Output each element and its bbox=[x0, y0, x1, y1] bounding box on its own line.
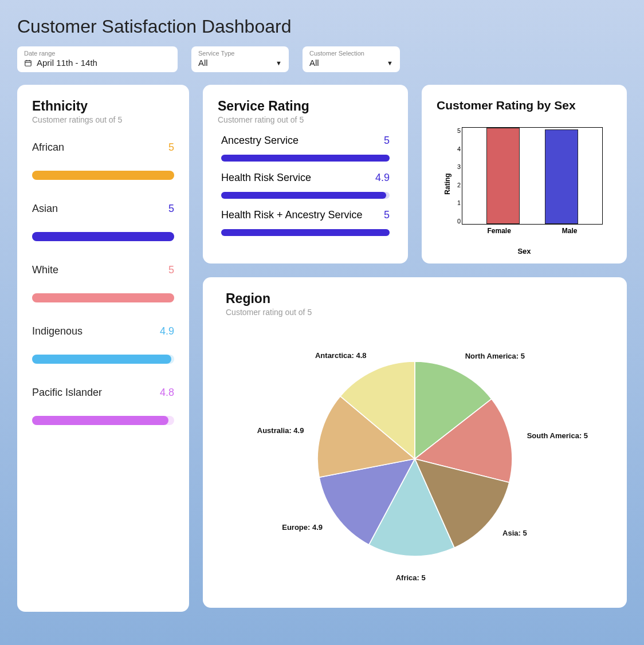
ethnicity-item: Indigenous4.9 bbox=[32, 325, 174, 364]
sex-rating-card: Customer Rating by Sex Rating 012345 Fem… bbox=[422, 85, 627, 263]
ethnicity-item-value: 4.8 bbox=[160, 387, 174, 399]
ethnicity-item: African5 bbox=[32, 141, 174, 180]
date-range-label: Date range bbox=[24, 50, 171, 57]
ethnicity-item-name: Pacific Islander bbox=[32, 387, 102, 399]
pie-label: Antarctica: 4.8 bbox=[315, 351, 367, 359]
date-range-filter[interactable]: Date range April 11th - 14th bbox=[17, 46, 178, 72]
sex-bar-chart: Rating 012345 FemaleMale Sex bbox=[441, 124, 607, 244]
y-tick: 1 bbox=[451, 199, 461, 206]
ethnicity-bar bbox=[32, 355, 174, 364]
region-pie-chart: North America: 5South America: 5Asia: 5A… bbox=[226, 327, 604, 591]
ethnicity-item-name: Indigenous bbox=[32, 325, 83, 337]
service-item-value: 4.9 bbox=[375, 172, 390, 184]
pie-label: Australia: 4.9 bbox=[257, 426, 304, 434]
service-bar bbox=[221, 229, 390, 236]
filters-row: Date range April 11th - 14th Service Typ… bbox=[17, 46, 627, 72]
service-item-name: Health Risk Service bbox=[221, 172, 311, 184]
region-title: Region bbox=[226, 291, 604, 306]
sex-bar-male bbox=[545, 129, 578, 224]
service-item-name: Health Risk + Ancestry Service bbox=[221, 209, 363, 221]
chevron-down-icon: ▼ bbox=[387, 60, 393, 66]
customer-selection-label: Customer Selection bbox=[309, 50, 393, 57]
ethnicity-bar bbox=[32, 171, 174, 180]
ethnicity-item-name: Asian bbox=[32, 203, 58, 215]
ethnicity-item-value: 5 bbox=[168, 203, 174, 215]
pie-label: South America: 5 bbox=[527, 431, 588, 439]
pie-label: Europe: 4.9 bbox=[282, 522, 323, 531]
ethnicity-item: Asian5 bbox=[32, 203, 174, 241]
ethnicity-item-value: 5 bbox=[168, 264, 174, 276]
y-tick: 3 bbox=[451, 163, 461, 170]
sex-bar-female bbox=[486, 128, 520, 224]
service-item-value: 5 bbox=[384, 135, 390, 147]
service-rating-subtitle: Customer rating out of 5 bbox=[218, 115, 393, 124]
y-tick: 5 bbox=[451, 127, 461, 134]
svg-rect-0 bbox=[25, 60, 32, 65]
chevron-down-icon: ▼ bbox=[276, 60, 282, 66]
pie-label: North America: 5 bbox=[465, 352, 525, 360]
pie-label: Africa: 5 bbox=[396, 573, 426, 582]
ethnicity-title: Ethnicity bbox=[32, 99, 174, 114]
ethnicity-card: Ethnicity Customer ratings out of 5 Afri… bbox=[17, 85, 189, 612]
ethnicity-subtitle: Customer ratings out of 5 bbox=[32, 115, 174, 124]
sex-rating-title: Customer Rating by Sex bbox=[437, 99, 612, 112]
y-tick: 4 bbox=[451, 145, 461, 152]
service-rating-title: Service Rating bbox=[218, 99, 393, 114]
service-rating-card: Service Rating Customer rating out of 5 … bbox=[203, 85, 408, 263]
service-type-value: All bbox=[198, 58, 208, 68]
y-tick: 2 bbox=[451, 182, 461, 188]
page-title: Customer Satisfaction Dashboard bbox=[17, 16, 627, 37]
calendar-icon bbox=[24, 59, 32, 67]
service-type-label: Service Type bbox=[198, 50, 282, 57]
service-item: Health Risk + Ancestry Service5 bbox=[218, 209, 393, 236]
service-bar bbox=[221, 192, 390, 199]
sex-chart-ylabel: Rating bbox=[443, 173, 451, 194]
date-range-value: April 11th - 14th bbox=[37, 58, 97, 68]
region-card: Region Customer rating out of 5 North Am… bbox=[203, 277, 627, 608]
ethnicity-item: Pacific Islander4.8 bbox=[32, 387, 174, 425]
ethnicity-item-name: African bbox=[32, 141, 64, 154]
x-tick: Female bbox=[487, 227, 511, 235]
service-item-value: 5 bbox=[384, 209, 390, 221]
service-type-filter[interactable]: Service Type All ▼ bbox=[191, 46, 289, 72]
ethnicity-item-value: 4.9 bbox=[160, 325, 174, 337]
sex-chart-xlabel: Sex bbox=[517, 247, 531, 255]
y-tick: 0 bbox=[451, 218, 461, 225]
customer-selection-value: All bbox=[309, 58, 319, 68]
service-bar bbox=[221, 155, 390, 162]
ethnicity-bar bbox=[32, 293, 174, 302]
customer-selection-filter[interactable]: Customer Selection All ▼ bbox=[303, 46, 400, 72]
service-item: Health Risk Service4.9 bbox=[218, 172, 393, 199]
ethnicity-item-value: 5 bbox=[168, 141, 174, 154]
service-item: Ancestry Service5 bbox=[218, 135, 393, 162]
ethnicity-bar bbox=[32, 232, 174, 241]
x-tick: Male bbox=[562, 227, 578, 235]
service-item-name: Ancestry Service bbox=[221, 135, 299, 147]
region-subtitle: Customer rating out of 5 bbox=[226, 308, 604, 317]
ethnicity-item-name: White bbox=[32, 264, 58, 276]
ethnicity-bar bbox=[32, 416, 174, 425]
ethnicity-item: White5 bbox=[32, 264, 174, 302]
